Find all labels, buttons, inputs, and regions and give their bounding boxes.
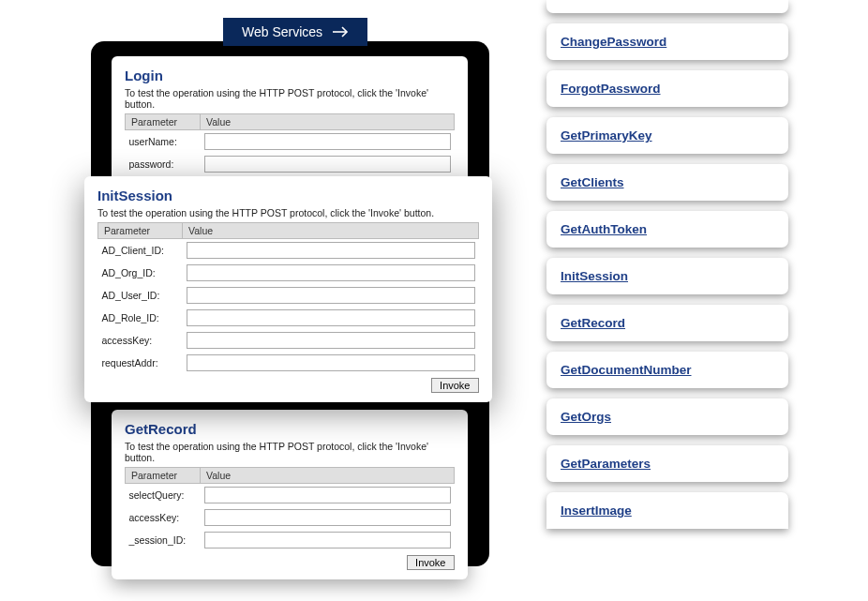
col-value: Value xyxy=(201,114,455,130)
service-link[interactable]: GetPrimaryKey xyxy=(561,128,652,143)
invoke-button[interactable]: Invoke xyxy=(407,555,454,570)
param-label: accessKey: xyxy=(98,329,183,352)
session-id-field[interactable] xyxy=(204,532,451,548)
ad-user-id-field[interactable] xyxy=(187,287,475,304)
service-item[interactable]: GetClients xyxy=(546,164,788,201)
param-table: Parameter Value AD_Client_ID: AD_Org_ID:… xyxy=(97,222,479,393)
param-header: Parameter Value xyxy=(98,223,479,239)
param-row: requestAddr: xyxy=(98,352,479,374)
col-parameter: Parameter xyxy=(126,468,201,484)
col-parameter: Parameter xyxy=(126,114,201,130)
services-column: ChangePassword ForgotPassword GetPrimary… xyxy=(546,0,788,601)
service-link[interactable]: ChangePassword xyxy=(561,35,666,49)
param-label: _session_ID: xyxy=(126,529,201,551)
service-item[interactable]: GetAuthToken xyxy=(546,211,788,248)
api-card-initsession: InitSession To test the operation using … xyxy=(84,176,492,402)
param-label: userName: xyxy=(126,130,201,154)
service-link[interactable]: ForgotPassword xyxy=(561,82,661,96)
param-row: _session_ID: xyxy=(126,529,455,551)
username-field[interactable] xyxy=(204,133,451,150)
param-label: selectQuery: xyxy=(126,484,201,507)
param-label: accessKey: xyxy=(126,506,201,529)
service-link[interactable]: InsertImage xyxy=(561,503,632,518)
service-item[interactable]: ChangePassword xyxy=(546,23,788,60)
ad-role-id-field[interactable] xyxy=(187,309,475,326)
accesskey-field[interactable] xyxy=(204,509,451,526)
param-row: accessKey: xyxy=(126,506,455,529)
invoke-row: Invoke xyxy=(126,551,455,570)
param-row: password: xyxy=(126,153,455,175)
param-label: AD_Org_ID: xyxy=(98,262,183,284)
service-link[interactable]: InitSession xyxy=(561,269,628,283)
header-pill: Web Services xyxy=(223,18,367,46)
param-label: requestAddr: xyxy=(98,352,183,374)
param-header: Parameter Value xyxy=(126,468,455,484)
service-link[interactable]: GetRecord xyxy=(561,316,625,330)
param-row: accessKey: xyxy=(98,329,479,352)
service-item[interactable]: GetDocumentNumber xyxy=(546,352,788,388)
header-label: Web Services xyxy=(242,24,322,39)
service-link[interactable]: GetParameters xyxy=(561,457,651,471)
service-item[interactable]: GetPrimaryKey xyxy=(546,117,788,154)
password-field[interactable] xyxy=(204,156,451,173)
param-table: Parameter Value selectQuery: accessKey: … xyxy=(125,467,455,570)
card-title: GetRecord xyxy=(125,421,455,437)
ad-org-id-field[interactable] xyxy=(187,264,475,281)
card-title: Login xyxy=(125,68,455,83)
service-link[interactable]: GetDocumentNumber xyxy=(561,363,692,377)
param-label: AD_User_ID: xyxy=(98,284,183,307)
param-row: AD_Role_ID: xyxy=(98,307,479,329)
param-header: Parameter Value xyxy=(126,114,455,130)
service-item[interactable]: GetParameters xyxy=(546,445,788,482)
card-desc: To test the operation using the HTTP POS… xyxy=(97,207,479,218)
param-label: AD_Role_ID: xyxy=(98,307,183,329)
accesskey-field[interactable] xyxy=(187,332,475,349)
param-row: userName: xyxy=(126,130,455,154)
service-link[interactable]: GetAuthToken xyxy=(561,222,647,236)
param-row: AD_Client_ID: xyxy=(98,239,479,263)
service-item-partial xyxy=(546,0,788,13)
left-panel: Web Services Login To test the operation… xyxy=(0,0,530,601)
service-item[interactable]: InitSession xyxy=(546,258,788,294)
param-label: AD_Client_ID: xyxy=(98,239,183,263)
service-item[interactable]: ForgotPassword xyxy=(546,70,788,107)
card-title: InitSession xyxy=(97,188,479,203)
selectquery-field[interactable] xyxy=(204,487,451,503)
param-label: password: xyxy=(126,153,201,175)
service-item[interactable]: GetOrgs xyxy=(546,398,788,435)
param-row: AD_User_ID: xyxy=(98,284,479,307)
col-parameter: Parameter xyxy=(98,223,183,239)
service-link[interactable]: GetOrgs xyxy=(561,410,611,424)
col-value: Value xyxy=(183,223,479,239)
service-link[interactable]: GetClients xyxy=(561,175,624,189)
param-row: AD_Org_ID: xyxy=(98,262,479,284)
invoke-row: Invoke xyxy=(98,374,479,393)
col-value: Value xyxy=(201,468,455,484)
arrow-right-icon xyxy=(332,26,349,38)
requestaddr-field[interactable] xyxy=(187,354,475,371)
param-row: selectQuery: xyxy=(126,484,455,507)
service-item[interactable]: GetRecord xyxy=(546,305,788,341)
api-card-getrecord: GetRecord To test the operation using th… xyxy=(112,410,468,579)
ad-client-id-field[interactable] xyxy=(187,242,475,259)
card-desc: To test the operation using the HTTP POS… xyxy=(125,441,455,463)
card-desc: To test the operation using the HTTP POS… xyxy=(125,87,455,110)
service-item[interactable]: InsertImage xyxy=(546,492,788,529)
invoke-button[interactable]: Invoke xyxy=(431,378,478,393)
